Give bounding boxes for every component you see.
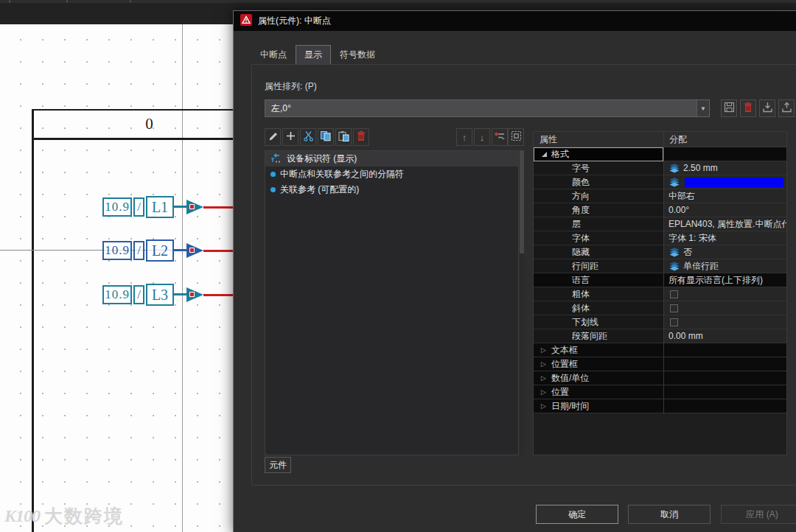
assignment-cell[interactable] — [663, 315, 786, 329]
scrollbar-thumb[interactable] — [520, 150, 524, 253]
assignment-cell[interactable]: EPLAN403, 属性放置.中断点代号 — [663, 217, 786, 231]
table-row[interactable]: 字体字体 1: 宋体 — [534, 231, 786, 245]
plot-frame-inner-line — [32, 138, 233, 140]
property-name-cell[interactable]: ▷位置 — [534, 385, 663, 399]
assignment-cell[interactable] — [663, 287, 786, 301]
table-row[interactable]: ▷日期/时间 — [534, 399, 786, 413]
table-row[interactable]: 下划线 — [534, 315, 786, 329]
table-row[interactable]: 字号2.50 mm — [534, 161, 786, 175]
property-name-cell[interactable]: 角度 — [534, 203, 663, 217]
table-row[interactable]: 语言所有显示语言(上下排列) — [534, 273, 786, 287]
assignment-cell[interactable] — [663, 147, 786, 161]
property-name-cell[interactable]: 格式 — [534, 147, 663, 161]
selection-frame-button[interactable] — [508, 128, 524, 146]
save-button[interactable] — [721, 99, 737, 117]
table-row[interactable]: 隐藏否 — [534, 245, 786, 259]
assignment-cell[interactable] — [663, 385, 786, 399]
paste-button[interactable] — [335, 128, 352, 146]
property-name: 字体 — [534, 232, 590, 245]
table-row[interactable]: 行间距单倍行距 — [534, 259, 786, 273]
property-arrangement-dropdown[interactable]: 左,0° ▼ — [265, 99, 710, 117]
apply-button[interactable]: 应用 (A) — [721, 505, 796, 524]
bottom-tab-element[interactable]: 元件 — [265, 457, 291, 473]
import-button[interactable] — [759, 99, 775, 117]
table-row[interactable]: 斜体 — [534, 301, 786, 315]
assignment-cell[interactable] — [663, 399, 786, 413]
assignment-cell[interactable] — [663, 357, 786, 371]
collapsed-triangle-icon[interactable]: ▷ — [541, 374, 546, 382]
list-item[interactable]: 关联参考 (可配置的) — [265, 182, 518, 197]
assignment-cell[interactable]: 2.50 mm — [663, 161, 786, 175]
collapsed-triangle-icon[interactable]: ▷ — [541, 402, 546, 410]
table-row[interactable]: 颜色 — [534, 175, 786, 189]
expanded-triangle-icon[interactable] — [542, 152, 547, 157]
assignment-cell[interactable] — [663, 175, 786, 189]
table-row[interactable]: 角度0.00° — [534, 203, 786, 217]
checkbox[interactable] — [670, 304, 678, 312]
align-reference-button[interactable] — [492, 128, 508, 146]
export-button[interactable] — [778, 99, 795, 117]
property-name: 隐藏 — [534, 246, 590, 259]
tab-interruption-point[interactable]: 中断点 — [251, 45, 296, 65]
table-row[interactable]: 层EPLAN403, 属性放置.中断点代号 — [534, 217, 786, 231]
table-row[interactable]: 段落间距0.00 mm — [534, 329, 786, 343]
list-item[interactable]: 中断点和关联参考之间的分隔符 — [265, 167, 518, 182]
tab-symbol-data[interactable]: 符号数据 — [331, 45, 384, 65]
cut-button[interactable] — [300, 128, 316, 146]
assignment-cell[interactable]: 中部右 — [663, 189, 786, 203]
assignment-cell[interactable] — [663, 301, 786, 315]
collapsed-triangle-icon[interactable]: ▷ — [541, 346, 546, 354]
property-name-cell[interactable]: 行间距 — [534, 259, 663, 273]
cancel-button[interactable]: 取消 — [628, 505, 711, 524]
list-item[interactable]: 设备标识符 (显示) — [265, 151, 518, 167]
assignment-cell[interactable] — [663, 371, 786, 385]
collapsed-triangle-icon[interactable]: ▷ — [541, 360, 546, 368]
assignment-cell[interactable]: 0.00° — [663, 203, 786, 217]
property-name: 下划线 — [534, 316, 598, 329]
property-name-cell[interactable]: 语言 — [534, 273, 663, 287]
property-name-cell[interactable]: ▷日期/时间 — [534, 399, 663, 413]
table-row[interactable]: ▷位置框 — [534, 357, 786, 371]
assignment-cell[interactable]: 单倍行距 — [663, 259, 786, 273]
tab-display[interactable]: 显示 — [296, 45, 331, 65]
assignment-cell[interactable]: 否 — [663, 245, 786, 259]
property-name-cell[interactable]: 斜体 — [534, 301, 663, 315]
table-row[interactable]: ▷数值/单位 — [534, 371, 786, 385]
assignment-cell[interactable]: 字体 1: 宋体 — [663, 231, 786, 245]
table-row[interactable]: 粗体 — [534, 287, 786, 301]
edit-button[interactable] — [265, 128, 281, 146]
assignment-cell[interactable]: 0.00 mm — [663, 329, 786, 343]
delete-button[interactable] — [740, 99, 756, 117]
chevron-down-icon[interactable]: ▼ — [696, 100, 709, 116]
table-row[interactable]: 格式 — [534, 147, 786, 161]
table-row[interactable]: 方向中部右 — [534, 189, 786, 203]
property-name-cell[interactable]: 粗体 — [534, 287, 663, 301]
property-name-cell[interactable]: ▷位置框 — [534, 357, 663, 371]
color-swatch[interactable] — [685, 178, 783, 187]
trash-button[interactable] — [353, 128, 369, 146]
move-up-button[interactable]: ↑ — [456, 128, 472, 146]
property-name-cell[interactable]: 字号 — [534, 161, 663, 175]
collapsed-triangle-icon[interactable]: ▷ — [541, 388, 546, 396]
property-name-cell[interactable]: ▷文本框 — [534, 343, 663, 357]
property-name-cell[interactable]: 方向 — [534, 189, 663, 203]
copy-button[interactable] — [318, 128, 334, 146]
property-name-cell[interactable]: ▷数值/单位 — [534, 371, 663, 385]
property-name: 字号 — [534, 162, 590, 175]
move-down-button[interactable]: ↓ — [474, 128, 490, 146]
checkbox[interactable] — [670, 290, 678, 298]
list-scrollbar[interactable] — [520, 150, 524, 455]
add-button[interactable] — [282, 128, 298, 146]
property-name-cell[interactable]: 颜色 — [534, 175, 663, 189]
property-name-cell[interactable]: 字体 — [534, 231, 663, 245]
table-row[interactable]: ▷文本框 — [534, 343, 786, 357]
table-row[interactable]: ▷位置 — [534, 385, 786, 399]
ok-button[interactable]: 确定 — [536, 505, 618, 524]
checkbox[interactable] — [670, 318, 678, 326]
property-name-cell[interactable]: 层 — [534, 217, 663, 231]
assignment-cell[interactable]: 所有显示语言(上下排列) — [663, 273, 786, 287]
assignment-cell[interactable] — [663, 343, 786, 357]
property-name-cell[interactable]: 段落间距 — [534, 329, 663, 343]
property-name-cell[interactable]: 隐藏 — [534, 245, 663, 259]
property-name-cell[interactable]: 下划线 — [534, 315, 663, 329]
